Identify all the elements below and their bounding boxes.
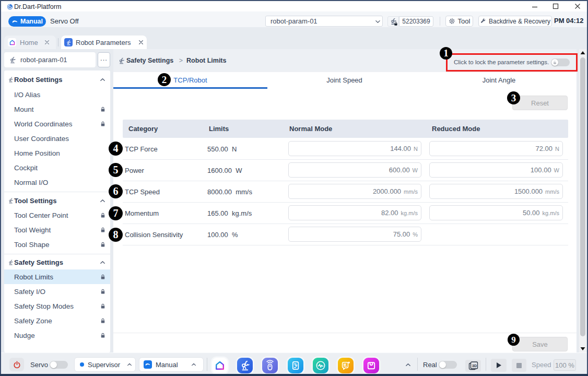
svg-text:3D: 3D [472, 364, 477, 368]
